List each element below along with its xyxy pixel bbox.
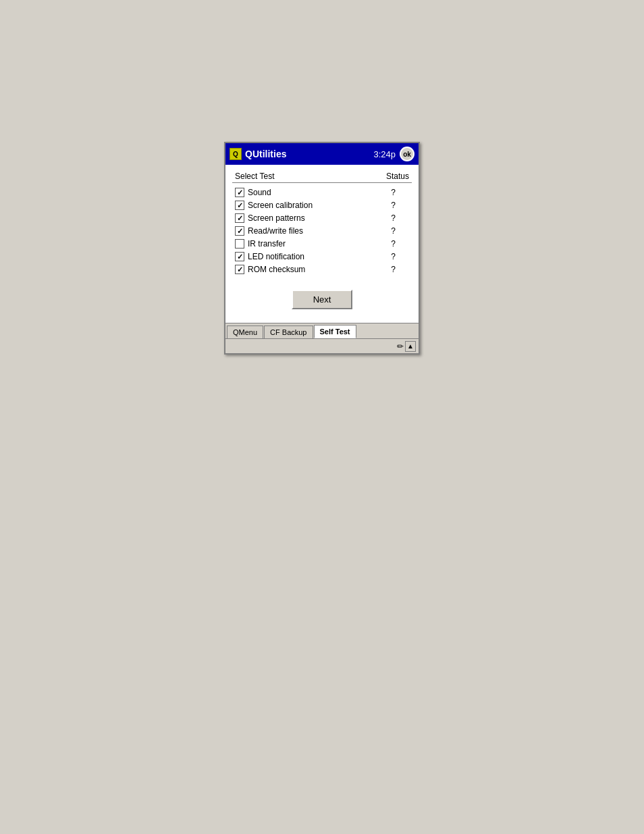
pencil-icon: ✏ bbox=[397, 342, 404, 351]
app-icon: Q bbox=[230, 148, 242, 160]
test-status-read-write-files: ? bbox=[391, 226, 396, 236]
col-header-status: Status bbox=[386, 172, 409, 181]
test-row: Screen calibration ? bbox=[232, 200, 412, 211]
tab-self-test[interactable]: Self Test bbox=[314, 325, 356, 338]
tab-bar: QMenu CF Backup Self Test bbox=[225, 323, 419, 338]
next-button-row: Next bbox=[232, 284, 412, 317]
title-bar-left: Q QUtilities bbox=[230, 148, 286, 160]
next-button[interactable]: Next bbox=[292, 290, 353, 309]
test-status-screen-calibration: ? bbox=[391, 201, 396, 210]
test-label-screen-patterns: Screen patterns bbox=[248, 213, 305, 223]
test-row: Screen patterns ? bbox=[232, 213, 412, 224]
test-row: Sound ? bbox=[232, 187, 412, 198]
column-headers: Select Test Status bbox=[232, 170, 412, 183]
application-window: Q QUtilities 3:24p ok Select Test Status… bbox=[224, 142, 420, 355]
tab-cf-backup[interactable]: CF Backup bbox=[264, 325, 313, 338]
test-status-screen-patterns: ? bbox=[391, 213, 396, 223]
test-status-led-notification: ? bbox=[391, 252, 396, 261]
checkbox-screen-calibration[interactable] bbox=[235, 201, 244, 210]
checkbox-read-write-files[interactable] bbox=[235, 226, 244, 236]
checkbox-ir-transfer[interactable] bbox=[235, 239, 244, 249]
test-label-led-notification: LED notification bbox=[248, 252, 304, 261]
test-row: ROM checksum ? bbox=[232, 264, 412, 275]
test-label-read-write-files: Read/write files bbox=[248, 226, 303, 236]
checkbox-led-notification[interactable] bbox=[235, 252, 244, 261]
test-label-screen-calibration: Screen calibration bbox=[248, 201, 313, 210]
checkbox-rom-checksum[interactable] bbox=[235, 265, 244, 274]
content-area: Select Test Status Sound ? Screen calibr… bbox=[225, 165, 419, 323]
checkbox-sound[interactable] bbox=[235, 188, 244, 197]
test-status-sound: ? bbox=[391, 188, 396, 197]
status-bar: ✏ ▲ bbox=[225, 338, 419, 353]
time-display: 3:24p bbox=[373, 149, 396, 159]
scroll-up-button[interactable]: ▲ bbox=[405, 341, 416, 352]
ok-button[interactable]: ok bbox=[400, 147, 414, 161]
title-bar: Q QUtilities 3:24p ok bbox=[225, 143, 419, 165]
checkbox-screen-patterns[interactable] bbox=[235, 213, 244, 223]
test-row: Read/write files ? bbox=[232, 226, 412, 236]
test-status-rom-checksum: ? bbox=[391, 265, 396, 274]
col-header-select-test: Select Test bbox=[235, 172, 274, 181]
test-label-ir-transfer: IR transfer bbox=[248, 239, 286, 249]
test-row: IR transfer ? bbox=[232, 238, 412, 249]
tab-qmenu[interactable]: QMenu bbox=[227, 325, 263, 338]
test-label-rom-checksum: ROM checksum bbox=[248, 265, 305, 274]
test-label-sound: Sound bbox=[248, 188, 271, 197]
test-row: LED notification ? bbox=[232, 251, 412, 262]
test-list: Sound ? Screen calibration ? Screen patt… bbox=[232, 187, 412, 275]
title-bar-right: 3:24p ok bbox=[373, 147, 414, 161]
window-title: QUtilities bbox=[245, 149, 286, 159]
test-status-ir-transfer: ? bbox=[391, 239, 396, 249]
